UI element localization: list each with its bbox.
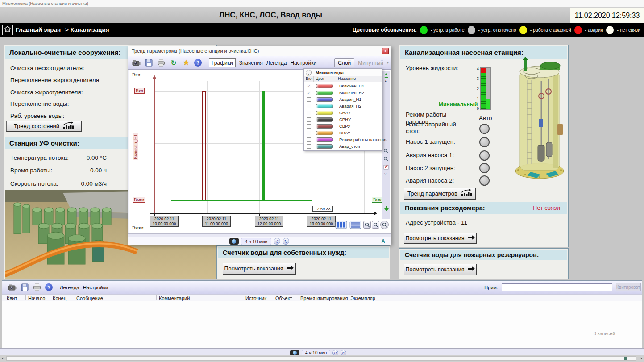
column-separator[interactable] xyxy=(298,295,298,300)
y-tick-off-right: Вык xyxy=(372,197,382,203)
col-message[interactable]: Сообщение xyxy=(76,295,103,301)
state-trend-button[interactable]: Тренд состояний xyxy=(6,121,82,132)
fire-reserve-view-button[interactable]: Посмотреть показания xyxy=(404,264,477,275)
datetime-box: 11.02.2020 12:59:33 xyxy=(570,8,644,23)
fire-reserve-meter-panel: Счетчик воды для пожарных резервуаров: П… xyxy=(399,248,569,279)
col-instance[interactable]: Экземпляр xyxy=(350,295,375,301)
undo-icon[interactable]: ↺ xyxy=(274,238,280,245)
layer-button[interactable]: Слой xyxy=(334,58,354,67)
series-checkbox[interactable]: ✓ xyxy=(307,84,311,88)
favorites-icon[interactable]: ★ xyxy=(182,58,191,67)
series-checkbox[interactable]: ✓ xyxy=(307,91,311,95)
series-checkbox[interactable] xyxy=(307,111,311,115)
refresh-icon[interactable]: ↻ xyxy=(169,58,178,67)
column-separator[interactable] xyxy=(25,295,26,300)
scrollbar-track[interactable] xyxy=(6,356,636,361)
trend-titlebar[interactable]: Тренд параметромв (Насосные станции и оч… xyxy=(128,46,391,56)
export-icon[interactable] xyxy=(132,58,141,67)
save-icon[interactable] xyxy=(144,58,153,67)
col-comment[interactable]: Комментарий xyxy=(159,295,190,301)
series-checkbox[interactable] xyxy=(307,144,311,149)
column-separator[interactable] xyxy=(50,295,50,300)
series-checkbox[interactable] xyxy=(307,131,311,135)
menu-settings[interactable]: Настройки xyxy=(83,285,108,290)
window-title: Мнемосхема (Насосные станции и очистка) xyxy=(2,1,88,6)
x-axis-arrow xyxy=(374,211,377,216)
time-range-icon[interactable] xyxy=(229,238,239,245)
log-body[interactable]: 0 записей xyxy=(2,301,642,348)
scrollbar-thumb[interactable] xyxy=(624,357,627,360)
column-separator[interactable] xyxy=(243,295,243,300)
tick-date: 2020.02.11 xyxy=(307,216,335,221)
series-axis-label: Включен_Н1 xyxy=(133,133,138,160)
scroll-right-icon[interactable]: > xyxy=(640,356,642,361)
col-end[interactable]: Конец xyxy=(53,295,66,301)
magnifier-icon[interactable] xyxy=(383,147,389,155)
col-start[interactable]: Начало xyxy=(28,295,45,301)
col-source[interactable]: Источник xyxy=(245,295,266,301)
own-needs-title: Счетчик воды для собственных нужд: xyxy=(223,249,346,256)
help-icon[interactable]: ? xyxy=(194,59,202,67)
save-icon[interactable] xyxy=(20,283,29,292)
close-button[interactable]: x xyxy=(382,48,389,54)
layer-select[interactable]: Минутный ▼ xyxy=(358,60,390,66)
scroll-down-icon[interactable]: ▽ xyxy=(384,172,386,176)
series-checkbox[interactable] xyxy=(307,97,311,102)
magnifier-icon[interactable] xyxy=(383,155,389,163)
chevron-down-icon: ▼ xyxy=(386,61,390,65)
jump-down-icon[interactable] xyxy=(384,205,389,213)
tab-settings[interactable]: Настройки xyxy=(290,60,316,66)
print-icon[interactable] xyxy=(33,283,42,292)
help-icon[interactable]: ? xyxy=(45,283,53,291)
collapse-button[interactable]: ∧ xyxy=(306,70,312,75)
export-icon[interactable] xyxy=(8,283,17,292)
redo-icon[interactable]: ↻ xyxy=(283,238,289,245)
note-input[interactable] xyxy=(502,283,612,291)
column-separator[interactable] xyxy=(74,295,74,300)
tab-values[interactable]: Значения xyxy=(239,60,263,66)
series-name: СНАУ xyxy=(339,110,351,115)
row-view-icon[interactable] xyxy=(349,221,361,231)
series-checkbox[interactable] xyxy=(307,137,311,142)
series-checkbox[interactable] xyxy=(307,117,311,122)
col-ack-time[interactable]: Время квитирования xyxy=(300,295,348,301)
breadcrumb[interactable]: > Канализация xyxy=(65,26,109,33)
column-separator[interactable] xyxy=(391,295,391,300)
scroll-up-icon[interactable]: ▲ xyxy=(384,79,387,82)
series-color xyxy=(316,137,333,142)
series-checkbox[interactable] xyxy=(307,104,311,108)
status-lamp-pump1-run xyxy=(479,137,490,147)
tab-legend[interactable]: Легенда xyxy=(266,60,287,66)
series-checkbox[interactable] xyxy=(307,124,311,129)
print-icon[interactable] xyxy=(157,58,166,67)
gauge-tick-2: 2 xyxy=(474,87,479,91)
series-color xyxy=(316,104,333,108)
scroll-left-icon[interactable]: < xyxy=(2,356,4,361)
menu-legend[interactable]: Легенда xyxy=(60,285,79,290)
ack-button[interactable]: Квитировать xyxy=(616,283,641,291)
status-label-pump1-alarm: Авария насоса 1: xyxy=(406,152,454,158)
col-object[interactable]: Объект xyxy=(275,295,292,301)
column-view-icon[interactable] xyxy=(335,221,347,231)
param-trend-button[interactable]: Тренд параметров xyxy=(404,188,476,200)
column-separator[interactable] xyxy=(273,295,273,300)
series-name: Включен_Н1 xyxy=(339,83,364,88)
legend-row: ✓Включен_Н1 xyxy=(304,83,382,89)
status-lamp-emergency-stop xyxy=(479,124,490,134)
zoom-in-icon[interactable] xyxy=(372,221,379,229)
legend-chip-off xyxy=(468,26,475,34)
edit-pencil-icon[interactable] xyxy=(383,163,389,171)
home-button[interactable] xyxy=(2,25,13,35)
column-separator[interactable] xyxy=(348,295,348,300)
flowmeter-view-button[interactable]: Посмотреть показания xyxy=(404,233,477,244)
nav-home-label[interactable]: Главный экран xyxy=(16,26,61,33)
series-name: Включен_Н2 xyxy=(339,90,364,95)
col-ack[interactable]: Квит xyxy=(7,295,17,301)
own-needs-view-button[interactable]: Посмотреть показания xyxy=(223,263,296,275)
column-separator[interactable] xyxy=(156,295,157,300)
time-range-value[interactable]: 4 ч 10 мин xyxy=(241,238,272,245)
trend-footer: 4 ч 10 мин ↺ ↻ А xyxy=(128,237,391,245)
zoom-lens-icon[interactable] xyxy=(380,221,389,229)
zoom-out-icon[interactable] xyxy=(363,221,371,229)
tab-graphs[interactable]: Графики xyxy=(209,58,236,67)
